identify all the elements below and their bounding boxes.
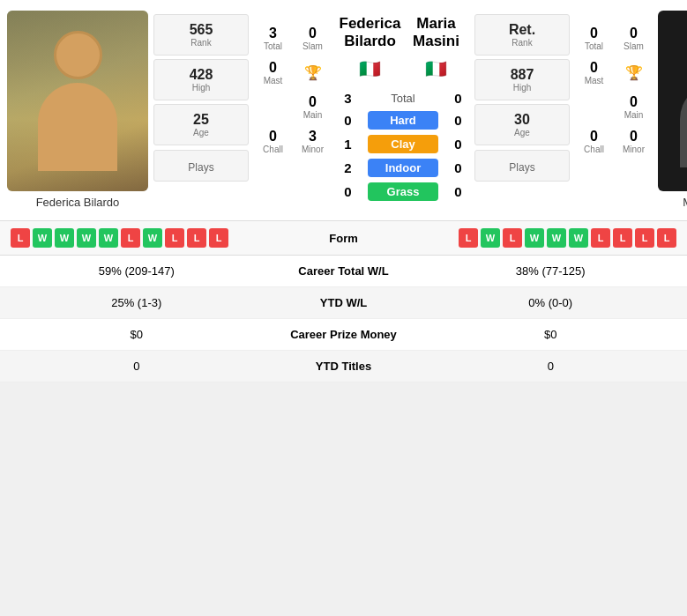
- left-player-name-label: Federica Bilardo: [7, 196, 148, 209]
- left-plays-label: Plays: [159, 161, 243, 174]
- left-age-value: 25: [159, 112, 243, 128]
- left-high-value: 428: [159, 67, 243, 83]
- left-plays-box: Plays: [153, 150, 249, 182]
- left-form-6: L: [121, 228, 140, 248]
- right-form-1: L: [459, 228, 478, 248]
- titles-right: 0: [432, 360, 670, 373]
- prize-row: $0 Career Prize Money $0: [0, 319, 687, 351]
- left-form-4: W: [77, 228, 96, 248]
- total-score-right: 0: [447, 91, 469, 106]
- prize-label: Career Prize Money: [256, 328, 432, 341]
- right-high-value: 887: [480, 67, 564, 83]
- left-high-box: 428 High: [153, 59, 249, 100]
- titles-label: YTD Titles: [256, 360, 432, 373]
- clay-badge: Clay: [368, 135, 438, 153]
- left-form-3: W: [55, 228, 74, 248]
- left-stats-card: 565 Rank 428 High 25 Age Plays: [153, 11, 249, 182]
- form-label: Form: [291, 232, 397, 245]
- form-section: L W W W W L W L L L Form L W L W W W L L…: [0, 220, 687, 255]
- career-total-right: 38% (77-125): [432, 264, 670, 278]
- right-form-4: W: [525, 228, 544, 248]
- left-player-photo: Federica Bilardo: [7, 11, 148, 209]
- left-age-label: Age: [159, 128, 243, 137]
- career-stats-section: 59% (209-147) Career Total W/L 38% (77-1…: [0, 255, 687, 382]
- right-plays-box: Plays: [474, 150, 570, 182]
- right-form-2: W: [481, 228, 500, 248]
- left-form-2: W: [33, 228, 52, 248]
- right-form-9: L: [635, 228, 654, 248]
- right-rank-value: Ret.: [480, 22, 564, 38]
- left-high-label: High: [159, 83, 243, 93]
- left-flag-center: 🇮🇹: [337, 58, 403, 79]
- indoor-score-right: 0: [447, 160, 469, 175]
- right-age-value: 30: [480, 112, 564, 128]
- hard-score-right: 0: [447, 113, 469, 128]
- right-age-box: 30 Age: [474, 104, 570, 145]
- right-player-photo: Maria Masini: [658, 11, 687, 209]
- grass-score-left: 0: [337, 184, 359, 199]
- right-form-3: L: [503, 228, 522, 248]
- ytd-left: 25% (1-3): [18, 296, 256, 309]
- left-title-stats: 3 Total 0 Slam 0 Mast 🏆 0 Main 0: [254, 15, 332, 158]
- clay-score-right: 0: [447, 137, 469, 152]
- prize-left: $0: [18, 328, 256, 341]
- left-form-1: L: [11, 228, 30, 248]
- right-high-box: 887 High: [474, 59, 570, 100]
- left-form-7: W: [143, 228, 162, 248]
- hard-score-left: 0: [337, 113, 359, 128]
- ytd-row: 25% (1-3) YTD W/L 0% (0-0): [0, 287, 687, 319]
- left-rank-label: Rank: [159, 38, 243, 48]
- right-title-stats: 0 Total 0 Slam 0 Mast 🏆 0 Main 0: [575, 15, 653, 158]
- right-rank-box: Ret. Rank: [474, 14, 570, 56]
- total-score-left: 3: [337, 91, 359, 106]
- grass-score-right: 0: [447, 184, 469, 199]
- right-flag-center: 🇮🇹: [403, 58, 469, 79]
- career-total-label: Career Total W/L: [256, 264, 432, 278]
- left-rank-box: 565 Rank: [153, 14, 249, 56]
- right-form-7: L: [591, 228, 610, 248]
- prize-right: $0: [432, 328, 670, 341]
- right-form-5: W: [547, 228, 566, 248]
- left-rank-value: 565: [159, 22, 243, 38]
- right-plays-label: Plays: [480, 161, 564, 174]
- right-player-name-label: Maria Masini: [658, 196, 687, 209]
- main-container: Federica Bilardo 565 Rank 428 High 25 Ag…: [0, 0, 687, 382]
- grass-badge: Grass: [368, 182, 438, 201]
- left-form-5: W: [99, 228, 118, 248]
- right-player-name-center: Maria Masini: [403, 15, 469, 51]
- right-rank-label: Rank: [480, 38, 564, 48]
- left-form-10: L: [209, 228, 228, 248]
- right-form-8: L: [613, 228, 632, 248]
- career-total-left: 59% (209-147): [18, 264, 256, 278]
- titles-left: 0: [18, 360, 256, 373]
- right-age-label: Age: [480, 128, 564, 137]
- indoor-score-left: 2: [337, 160, 359, 175]
- right-form-10: L: [657, 228, 676, 248]
- career-total-row: 59% (209-147) Career Total W/L 38% (77-1…: [0, 256, 687, 287]
- clay-score-left: 1: [337, 137, 359, 152]
- total-label: Total: [368, 92, 438, 105]
- left-age-box: 25 Age: [153, 104, 249, 145]
- left-form-9: L: [187, 228, 206, 248]
- center-scores: Federica Bilardo Maria Masini 🇮🇹 🇮🇹 3 To…: [337, 11, 469, 204]
- ytd-label: YTD W/L: [256, 296, 432, 309]
- left-player-name-center: Federica Bilardo: [337, 15, 403, 51]
- right-form-badges: L W L W W W L L L L: [397, 228, 677, 248]
- titles-row: 0 YTD Titles 0: [0, 351, 687, 382]
- right-high-label: High: [480, 83, 564, 93]
- ytd-right: 0% (0-0): [432, 296, 670, 309]
- right-stats-card: Ret. Rank 887 High 30 Age Plays: [474, 11, 570, 182]
- left-form-badges: L W W W W L W L L L: [11, 228, 291, 248]
- right-form-6: W: [569, 228, 588, 248]
- left-form-8: L: [165, 228, 184, 248]
- indoor-badge: Indoor: [368, 159, 438, 177]
- hard-badge: Hard: [368, 111, 438, 130]
